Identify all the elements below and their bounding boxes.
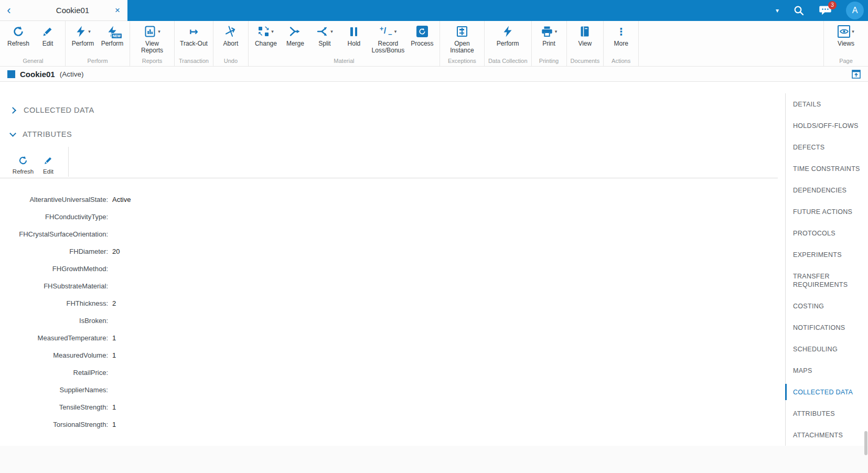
ribbon-group-exceptions: Open InstanceExceptions: [440, 21, 485, 66]
record-loss-bonus-icon: +/−: [380, 26, 393, 37]
sidebar-item-attributes[interactable]: ATTRIBUTES: [786, 403, 868, 424]
views-button[interactable]: ▾Views: [831, 24, 861, 56]
refresh-button[interactable]: Refresh: [10, 146, 36, 178]
sidebar-item-attachments[interactable]: ATTACHMENTS: [786, 424, 868, 446]
edit-button[interactable]: Edit: [33, 24, 62, 56]
back-icon[interactable]: ‹: [0, 5, 18, 16]
ribbon-group-label: Undo: [216, 56, 245, 66]
ribbon-group-label: Actions: [606, 56, 636, 66]
ribbon-group-data-collection: PerformData Collection: [485, 21, 532, 66]
topbar-actions: ▾ 3 A: [776, 0, 868, 21]
sidebar-item-holds-off-flows[interactable]: HOLDS/OFF-FLOWS: [786, 115, 868, 136]
search-icon[interactable]: [793, 5, 805, 16]
sidebar-item-dependencies[interactable]: DEPENDENCIES: [786, 179, 868, 201]
perform-icon: [502, 26, 513, 37]
ribbon-group-general: RefreshEditGeneral: [1, 21, 66, 66]
entity-title-bar: Cookie01 (Active): [0, 67, 868, 82]
attribute-row: FHDiameter:20: [0, 243, 778, 260]
ribbon-group-label: Reports: [133, 56, 172, 66]
button-label: Abort: [223, 39, 239, 47]
avatar[interactable]: A: [846, 2, 864, 19]
process-button[interactable]: Process: [408, 24, 437, 56]
more-button[interactable]: ⋮More: [606, 24, 636, 56]
ribbon-group-label: Printing: [534, 56, 564, 66]
attribute-name: FHGrowthMethod:: [0, 265, 108, 273]
attributes-toolbar: RefreshEdit: [0, 146, 778, 178]
attribute-name: AlterantiveUniversalState:: [0, 196, 108, 203]
dropdown-caret-icon: ▾: [852, 29, 854, 34]
button-label: View Reports: [135, 39, 169, 54]
attribute-name: RetailPrice:: [0, 369, 108, 377]
attribute-value: 1: [108, 334, 116, 342]
collapse-icon[interactable]: [852, 70, 861, 79]
sidebar-item-costing[interactable]: COSTING: [786, 295, 868, 317]
edit-button[interactable]: Edit: [36, 146, 61, 178]
sidebar-item-time-constraints[interactable]: TIME CONSTRAINTS: [786, 158, 868, 179]
ribbon-group-documents: ViewDocuments: [567, 21, 604, 66]
section-label: ATTRIBUTES: [23, 130, 72, 138]
ribbon-group-perform: ▾PerformNEWPerformPerform: [66, 21, 130, 66]
ribbon-group-label: Perform: [68, 56, 127, 66]
attribute-row: FHThickness:2: [0, 295, 778, 312]
open-instance-button[interactable]: Open Instance: [443, 24, 481, 56]
attribute-name: TorsionalStrength:: [0, 421, 108, 428]
sidebar-item-protocols[interactable]: PROTOCOLS: [786, 222, 868, 244]
ribbon-group-label: Material: [251, 56, 437, 66]
track-out-button[interactable]: ↦Track-Out: [177, 24, 210, 56]
attribute-value: 20: [108, 248, 120, 255]
button-label: Merge: [286, 39, 304, 47]
button-label: Hold: [348, 39, 361, 47]
attribute-value: 2: [108, 299, 116, 307]
ribbon-group-printing: ▾PrintPrinting: [532, 21, 567, 66]
status-badge: (Active): [60, 70, 84, 78]
attribute-value: 1: [108, 421, 116, 428]
new-badge: NEW: [111, 33, 122, 39]
button-label: Record Loss/Bonus: [371, 39, 405, 54]
process-icon: [416, 26, 428, 37]
button-label: Refresh: [7, 39, 29, 47]
attribute-row: FHConductivityType:: [0, 208, 778, 225]
merge-button[interactable]: Merge: [281, 24, 310, 56]
perform-button[interactable]: NEWPerform: [98, 24, 127, 56]
view-reports-button[interactable]: ▾View Reports: [133, 24, 172, 56]
ribbon-group-material: ↘↖▾ChangeMerge▾SplitHold+/−▾Record Loss/…: [249, 21, 440, 66]
button-label: Edit: [42, 39, 53, 47]
topbar-dropdown-caret-icon[interactable]: ▾: [776, 7, 779, 14]
sidebar-item-details[interactable]: DETAILS: [786, 93, 868, 115]
hold-button[interactable]: Hold: [339, 24, 369, 56]
split-button[interactable]: ▾Split: [310, 24, 339, 56]
sidebar-item-defects[interactable]: DEFECTS: [786, 136, 868, 158]
perform-button[interactable]: Perform: [493, 24, 522, 56]
sidebar-item-experiments[interactable]: EXPERIMENTS: [786, 244, 868, 265]
button-label: Change: [255, 39, 277, 47]
print-button[interactable]: ▾Print: [534, 24, 564, 56]
refresh-button[interactable]: Refresh: [4, 24, 33, 56]
messages-icon[interactable]: 3: [819, 5, 832, 16]
sidebar-item-scheduling[interactable]: SCHEDULING: [786, 338, 868, 360]
perform-button[interactable]: ▾Perform: [68, 24, 98, 56]
view-button[interactable]: View: [570, 24, 599, 56]
button-label: Perform: [72, 39, 94, 47]
sidebar-item-maps[interactable]: MAPS: [786, 360, 868, 381]
chevron-down-icon: [9, 130, 16, 137]
more-icon: ⋮: [616, 26, 626, 37]
page-title: Cookie01: [20, 70, 55, 79]
section-header-attributes[interactable]: ATTRIBUTES: [10, 130, 778, 138]
section-header-collected-data[interactable]: COLLECTED DATA: [10, 82, 778, 114]
button-label: Perform: [497, 39, 519, 47]
attribute-name: MeasuredTemperature:: [0, 334, 108, 342]
sidebar-item-transfer-requirements[interactable]: TRANSFER REQUIREMENTS: [786, 265, 868, 295]
sidebar-item-notifications[interactable]: NOTIFICATIONS: [786, 317, 868, 338]
record-loss-bonus-button[interactable]: +/−▾Record Loss/Bonus: [369, 24, 408, 56]
right-side-nav: DETAILSHOLDS/OFF-FLOWSDEFECTSTIME CONSTR…: [785, 93, 868, 446]
sidebar-item-collected-data[interactable]: COLLECTED DATA: [786, 381, 868, 403]
dropdown-caret-icon: ▾: [555, 29, 558, 34]
change-button[interactable]: ↘↖▾Change: [251, 24, 281, 56]
close-icon[interactable]: ×: [115, 5, 120, 16]
tab-cookie01[interactable]: Cookie01 ×: [18, 6, 127, 15]
attribute-name: TensileStrength:: [0, 403, 108, 411]
sidebar-item-future-actions[interactable]: FUTURE ACTIONS: [786, 201, 868, 222]
edit-icon: [42, 26, 53, 37]
abort-button[interactable]: Abort: [216, 24, 245, 56]
scrollbar-thumb[interactable]: [864, 431, 867, 455]
